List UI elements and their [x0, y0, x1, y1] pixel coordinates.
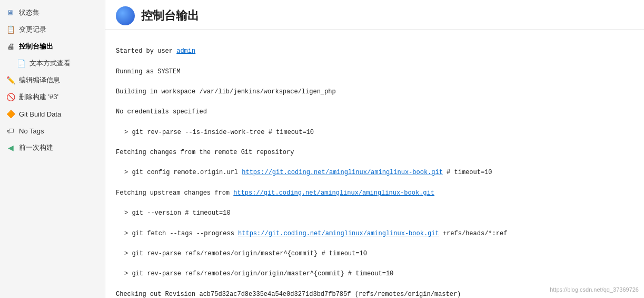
console-line-8: Fetching upstream changes from https://g… — [116, 188, 633, 198]
watermark: https://blog.csdn.net/qq_37369726 — [550, 286, 639, 293]
sidebar-item-gitbuild[interactable]: 🔶 Git Build Data — [0, 105, 105, 122]
console-line-2: Running as SYSTEM — [116, 67, 633, 77]
console-line-12: > git rev-parse refs/remotes/origin/orig… — [116, 269, 633, 279]
console-line-7: > git config remote.origin.url https://g… — [116, 168, 633, 178]
sidebar-item-textview[interactable]: 📄 文本方式查看 — [0, 55, 105, 72]
console-line-6: Fetching changes from the remote Git rep… — [116, 148, 633, 158]
header-icon — [116, 6, 135, 25]
sidebar-label-notags: No Tags — [19, 127, 44, 135]
console-line-4: No credentials specified — [116, 107, 633, 117]
page-header: 控制台输出 — [105, 0, 644, 30]
page-title: 控制台输出 — [141, 8, 199, 24]
console-line-5: > git rev-parse --is-inside-work-tree # … — [116, 128, 633, 138]
console-output: Started by user admin Running as SYSTEM … — [105, 30, 644, 298]
console-line-10: > git fetch --tags --progress https://gi… — [116, 229, 633, 239]
sidebar-label-changes: 变更记录 — [19, 25, 46, 34]
git-url-link-2[interactable]: https://git.coding.net/aminglinux/amingl… — [233, 189, 434, 197]
sidebar-item-prevbuild[interactable]: ◀ 前一次构建 — [0, 139, 105, 156]
edit-icon: ✏️ — [5, 75, 16, 85]
admin-link[interactable]: admin — [176, 47, 195, 55]
sidebar-item-changes[interactable]: 📋 变更记录 — [0, 21, 105, 38]
main-content: 控制台输出 Started by user admin Running as S… — [105, 0, 644, 298]
git-icon: 🔶 — [5, 109, 16, 119]
console-line-9: > git --version # timeout=10 — [116, 208, 633, 218]
sidebar-item-delete[interactable]: 🚫 删除构建 '#3' — [0, 89, 105, 105]
sidebar-label-prevbuild: 前一次构建 — [19, 143, 53, 152]
console-line-11: > git rev-parse refs/remotes/origin/mast… — [116, 249, 633, 259]
sidebar-label-gitbuild: Git Build Data — [19, 110, 61, 118]
tag-icon: 🏷 — [5, 126, 16, 136]
sidebar-label-textview: 文本方式查看 — [29, 59, 71, 68]
sidebar-label-console: 控制台输出 — [19, 42, 53, 51]
back-icon: ◀ — [5, 142, 16, 153]
sidebar: 🖥 状态集 📋 变更记录 🖨 控制台输出 📄 文本方式查看 ✏️ 编辑编译信息 … — [0, 0, 105, 298]
sidebar-label-status: 状态集 — [19, 8, 39, 17]
sidebar-label-delete: 删除构建 '#3' — [19, 92, 58, 102]
sidebar-label-editinfo: 编辑编译信息 — [19, 75, 60, 85]
sidebar-item-status[interactable]: 🖥 状态集 — [0, 4, 105, 21]
sidebar-item-console[interactable]: 🖨 控制台输出 — [0, 38, 105, 55]
text-icon: 📄 — [16, 58, 26, 69]
git-url-link-1[interactable]: https://git.coding.net/aminglinux/amingl… — [242, 169, 443, 176]
sidebar-item-editinfo[interactable]: ✏️ 编辑编译信息 — [0, 72, 105, 89]
delete-icon: 🚫 — [5, 92, 16, 102]
sidebar-item-notags[interactable]: 🏷 No Tags — [0, 122, 105, 139]
console-line-1: Started by user admin — [116, 46, 633, 56]
computer-icon: 🖥 — [5, 7, 16, 18]
console-icon: 🖨 — [5, 41, 16, 52]
console-line-3: Building in workspace /var/lib/jenkins/w… — [116, 87, 633, 97]
changes-icon: 📋 — [5, 24, 16, 35]
git-url-link-3[interactable]: https://git.coding.net/aminglinux/amingl… — [238, 230, 439, 237]
